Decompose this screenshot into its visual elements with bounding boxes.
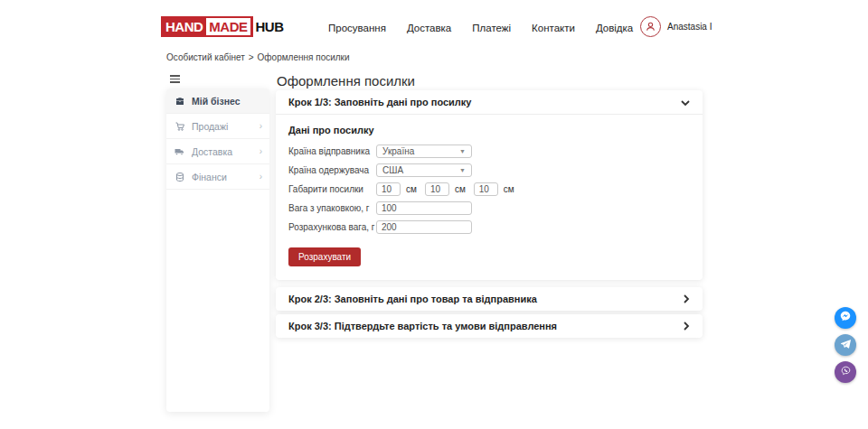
chevron-right-icon: › — [259, 147, 262, 156]
chevron-right-icon: › — [259, 122, 262, 131]
calc-weight-row: Розрахункова вага, г — [288, 220, 690, 234]
cart-icon — [174, 120, 185, 132]
calc-weight-input[interactable] — [376, 220, 472, 234]
step1-card: Крок 1/3: Заповніть дані про посилку Дан… — [276, 90, 703, 280]
dimensions-row: Габарити посилки см см см — [288, 182, 690, 196]
weight-input[interactable] — [376, 201, 472, 215]
viber-button[interactable] — [835, 361, 856, 383]
viber-icon — [840, 364, 852, 380]
sender-country-row: Країна відправника Україна ▼ — [288, 145, 690, 158]
form-section-title: Дані про посилку — [288, 125, 690, 135]
sidebar-item-sales[interactable]: Продажі › — [166, 114, 269, 139]
floating-social-buttons — [835, 307, 856, 383]
step1-body: Дані про посилку Країна відправника Укра… — [276, 115, 703, 266]
receiver-country-value: США — [382, 165, 403, 175]
chevron-down-icon — [681, 94, 690, 110]
sidebar-item-label: Фінанси — [192, 172, 259, 182]
step2-header[interactable]: Крок 2/3: Заповніть дані про товар та ві… — [276, 287, 703, 311]
user-menu[interactable]: Anastasia I — [640, 16, 712, 37]
step3-card: Крок 3/3: Підтвердьте вартість та умови … — [276, 314, 703, 338]
nav-item-help[interactable]: Довідка — [596, 23, 633, 33]
nav-item-payments[interactable]: Платежі — [472, 23, 511, 33]
sidebar-item-label: Мій бізнес — [192, 96, 262, 107]
page-title: Оформлення посилки — [277, 73, 415, 89]
coins-icon — [174, 171, 185, 182]
breadcrumb: Особистий кабінет>Оформлення посилки — [166, 52, 350, 62]
header: HANDMADE HUB Просування Доставка Платежі… — [0, 0, 868, 54]
nav-item-delivery[interactable]: Доставка — [407, 23, 451, 33]
chevron-right-icon — [684, 318, 690, 334]
breadcrumb-separator: > — [249, 52, 254, 62]
sender-country-label: Країна відправника — [288, 146, 376, 156]
receiver-country-label: Країна одержувача — [288, 165, 376, 175]
nav-item-contacts[interactable]: Контакти — [532, 23, 575, 33]
messenger-icon — [839, 310, 852, 326]
user-avatar-icon — [640, 16, 661, 37]
step1-header[interactable]: Крок 1/3: Заповніть дані про посилку — [276, 90, 703, 115]
step1-label: Крок 1/3: Заповніть дані про посилку — [288, 97, 471, 107]
logo-part-hub: HUB — [256, 19, 284, 34]
dimension-width-input[interactable] — [425, 182, 449, 196]
truck-icon — [174, 145, 185, 157]
dimensions-label: Габарити посилки — [288, 184, 376, 194]
sender-country-select[interactable]: Україна ▼ — [376, 145, 472, 158]
weight-label: Вага з упаковкою, г — [288, 203, 376, 213]
unit-cm-label: см — [406, 184, 417, 194]
main-nav: Просування Доставка Платежі Контакти Дов… — [328, 23, 633, 33]
sidebar-item-label: Доставка — [192, 146, 259, 157]
receiver-country-row: Країна одержувача США ▼ — [288, 163, 690, 177]
page: HANDMADE HUB Просування Доставка Платежі… — [0, 0, 868, 429]
weight-row: Вага з упаковкою, г — [288, 201, 690, 215]
sender-country-value: Україна — [382, 146, 414, 156]
calculate-button[interactable]: Розрахувати — [288, 247, 361, 266]
nav-item-promotion[interactable]: Просування — [328, 23, 386, 33]
telegram-icon — [840, 337, 852, 353]
dimension-length-input[interactable] — [376, 182, 401, 196]
chevron-right-icon — [684, 291, 690, 307]
step3-label: Крок 3/3: Підтвердьте вартість та умови … — [288, 321, 557, 331]
briefcase-icon — [174, 95, 185, 107]
breadcrumb-root[interactable]: Особистий кабінет — [166, 52, 245, 62]
breadcrumb-current: Оформлення посилки — [258, 52, 350, 62]
dimension-height-input[interactable] — [474, 182, 498, 196]
chevron-right-icon: › — [259, 173, 262, 182]
user-name: Anastasia I — [667, 22, 712, 32]
unit-cm-label: см — [455, 184, 466, 194]
logo-part-made: MADE — [206, 18, 250, 35]
hamburger-menu-icon[interactable] — [170, 75, 180, 85]
step2-label: Крок 2/3: Заповніть дані про товар та ві… — [288, 294, 537, 304]
sidebar-item-label: Продажі — [192, 121, 259, 132]
sidebar-item-delivery[interactable]: Доставка › — [166, 139, 269, 164]
receiver-country-select[interactable]: США ▼ — [376, 163, 472, 177]
messenger-button[interactable] — [835, 307, 856, 329]
sidebar: Мій бізнес Продажі › Доставка › Фінанси … — [166, 89, 269, 412]
logo[interactable]: HANDMADE HUB — [161, 16, 284, 37]
step2-card: Крок 2/3: Заповніть дані про товар та ві… — [276, 287, 703, 311]
telegram-button[interactable] — [835, 334, 856, 356]
logo-red-box: HANDMADE — [161, 16, 253, 37]
unit-cm-label: см — [504, 184, 514, 194]
step3-header[interactable]: Крок 3/3: Підтвердьте вартість та умови … — [276, 314, 703, 338]
logo-part-hand: HAND — [164, 19, 204, 34]
sidebar-item-finance[interactable]: Фінанси › — [166, 164, 269, 190]
select-arrow-icon: ▼ — [459, 148, 466, 154]
calc-weight-label: Розрахункова вага, г — [288, 222, 376, 232]
sidebar-item-my-business[interactable]: Мій бізнес — [166, 89, 269, 114]
select-arrow-icon: ▼ — [459, 167, 466, 173]
